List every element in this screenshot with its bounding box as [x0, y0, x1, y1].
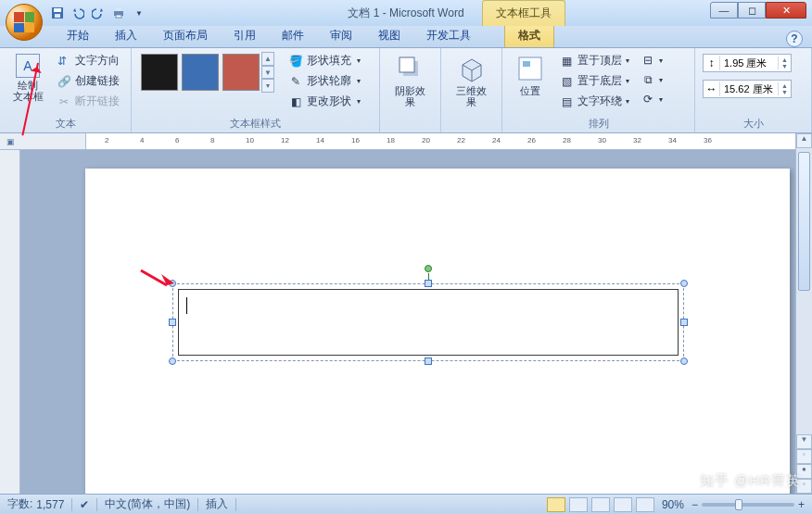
office-button[interactable] — [6, 4, 43, 41]
position-button[interactable]: 位置 — [510, 52, 551, 98]
group-arrange-label: 排列 — [510, 117, 687, 131]
ruler-tick: 22 — [457, 136, 465, 144]
ruler-tick: 12 — [281, 136, 289, 144]
view-web-layout[interactable] — [591, 497, 610, 512]
spin-down-icon[interactable]: ▼ — [778, 63, 791, 69]
horizontal-ruler[interactable]: 24681012141618202224262830323436 — [20, 133, 795, 150]
tab-mailings[interactable]: 邮件 — [269, 24, 317, 47]
draw-textbox-button[interactable]: A 绘制 文本框 — [7, 52, 48, 104]
align-button[interactable]: ⊟▾ — [638, 52, 666, 69]
print-icon[interactable] — [111, 6, 126, 20]
tab-references[interactable]: 引用 — [221, 24, 269, 47]
textbox[interactable] — [178, 289, 679, 356]
spin-up-icon[interactable]: ▲ — [778, 82, 791, 89]
scroll-thumb[interactable] — [798, 152, 810, 291]
handle-ne[interactable] — [680, 280, 688, 287]
handle-e[interactable] — [680, 319, 688, 326]
style-swatch-2[interactable] — [182, 54, 219, 91]
svg-rect-1 — [54, 8, 61, 12]
ruler-tick: 30 — [598, 136, 606, 144]
view-print-layout[interactable] — [547, 497, 565, 512]
tab-review[interactable]: 审阅 — [317, 24, 365, 47]
zoom-slider[interactable] — [702, 503, 794, 507]
browse-object-icon[interactable]: ● — [796, 464, 812, 479]
save-icon[interactable] — [50, 6, 65, 20]
scroll-up-icon[interactable]: ▲ — [796, 133, 812, 148]
change-shape-button[interactable]: ◧更改形状▾ — [285, 93, 363, 110]
handle-se[interactable] — [680, 357, 688, 365]
handle-s[interactable] — [425, 357, 432, 365]
prev-page-icon[interactable]: ◦ — [796, 449, 812, 464]
vertical-scrollbar[interactable]: ▲ ▼ ◦ ● ◦ — [795, 133, 812, 494]
insert-mode[interactable]: 插入 — [206, 496, 228, 512]
spin-down-icon[interactable]: ▼ — [778, 89, 791, 95]
undo-icon[interactable] — [70, 6, 85, 20]
tab-format[interactable]: 格式 — [504, 23, 554, 47]
change-shape-icon: ◧ — [288, 94, 303, 109]
shape-fill-button[interactable]: 🪣形状填充▾ — [285, 52, 363, 69]
text-wrap-icon: ▤ — [559, 94, 574, 109]
maximize-button[interactable]: ◻ — [738, 2, 766, 19]
gallery-more-icon[interactable]: ▾ — [261, 79, 274, 93]
textbox-selection[interactable] — [178, 289, 679, 356]
language-status[interactable]: 中文(简体，中国) — [105, 496, 190, 512]
close-button[interactable]: ✕ — [766, 2, 806, 19]
tab-page-layout[interactable]: 页面布局 — [150, 24, 221, 47]
text-wrap-button[interactable]: ▤文字环绕▾ — [556, 93, 632, 110]
3d-effects-button[interactable]: 三维效果 — [449, 52, 494, 109]
ruler-tick: 28 — [563, 136, 571, 144]
gallery-down-icon[interactable]: ▼ — [261, 66, 274, 80]
send-back-button[interactable]: ▧置于底层▾ — [556, 72, 632, 90]
next-page-icon[interactable]: ◦ — [796, 479, 812, 494]
word-count[interactable]: 1,577 — [36, 498, 64, 511]
zoom-in-icon[interactable]: + — [798, 498, 805, 511]
width-input[interactable]: ↔ ▲▼ — [703, 80, 792, 98]
zoom-out-icon[interactable]: − — [691, 498, 698, 511]
rotate-button[interactable]: ⟳▾ — [638, 91, 666, 107]
style-swatch-1[interactable] — [141, 54, 178, 91]
group-icon: ⧉ — [641, 72, 655, 87]
ruler-tick: 16 — [351, 136, 360, 144]
help-icon[interactable]: ? — [786, 31, 803, 47]
rotate-handle[interactable] — [425, 265, 432, 272]
gallery-up-icon[interactable]: ▲ — [261, 52, 274, 66]
break-link-icon: ✂ — [57, 94, 71, 109]
tab-insert[interactable]: 插入 — [102, 24, 150, 47]
bring-front-icon: ▦ — [559, 54, 574, 69]
view-outline[interactable] — [614, 497, 632, 512]
group-button[interactable]: ⧉▾ — [638, 71, 666, 88]
ruler-corner[interactable]: ▣ — [0, 133, 20, 150]
vertical-ruler[interactable] — [0, 150, 20, 494]
redo-icon[interactable] — [91, 6, 106, 20]
tab-home[interactable]: 开始 — [54, 24, 102, 47]
minimize-button[interactable]: ― — [710, 2, 738, 19]
handle-n[interactable] — [425, 280, 432, 287]
view-draft[interactable] — [636, 497, 654, 512]
zoom-knob[interactable] — [735, 499, 742, 510]
scroll-down-icon[interactable]: ▼ — [796, 434, 812, 449]
bring-front-button[interactable]: ▦置于顶层▾ — [556, 52, 632, 69]
view-full-screen[interactable] — [569, 497, 588, 512]
tab-developer[interactable]: 开发工具 — [413, 24, 484, 47]
width-icon: ↔ — [704, 81, 720, 96]
width-field[interactable] — [720, 83, 778, 94]
handle-sw[interactable] — [169, 357, 176, 365]
qat-more-icon[interactable]: ▼ — [132, 6, 146, 20]
spin-up-icon[interactable]: ▲ — [778, 56, 791, 63]
svg-text:⇵: ⇵ — [57, 55, 67, 68]
text-direction-button[interactable]: ⇵文字方向 — [54, 52, 122, 69]
height-field[interactable] — [720, 57, 778, 69]
handle-w[interactable] — [169, 319, 176, 326]
proofing-icon[interactable]: ✔ — [80, 498, 89, 511]
svg-rect-9 — [519, 57, 541, 80]
tab-view[interactable]: 视图 — [365, 24, 413, 47]
ruler-tick: 14 — [316, 136, 324, 144]
style-swatch-3[interactable] — [222, 54, 260, 91]
shadow-effects-button[interactable]: 阴影效果 — [387, 52, 433, 109]
zoom-level[interactable]: 90% — [662, 498, 684, 511]
create-link-button[interactable]: 🔗创建链接 — [54, 72, 122, 90]
page[interactable] — [85, 169, 790, 494]
shape-outline-button[interactable]: ✎形状轮廓▾ — [285, 72, 363, 90]
document-area[interactable] — [20, 150, 795, 494]
height-input[interactable]: ↕ ▲▼ — [703, 54, 792, 72]
